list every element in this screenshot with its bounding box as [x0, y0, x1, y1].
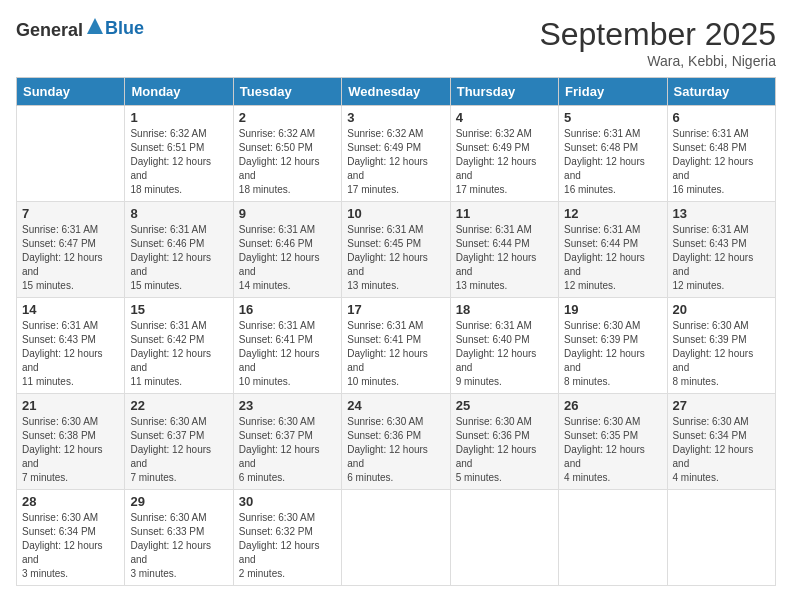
day-number: 14 [22, 302, 119, 317]
day-info: Sunrise: 6:31 AMSunset: 6:48 PMDaylight:… [564, 127, 661, 197]
day-number: 22 [130, 398, 227, 413]
day-info: Sunrise: 6:31 AMSunset: 6:44 PMDaylight:… [564, 223, 661, 293]
calendar-cell [342, 490, 450, 586]
day-info: Sunrise: 6:31 AMSunset: 6:41 PMDaylight:… [347, 319, 444, 389]
header-saturday: Saturday [667, 78, 775, 106]
day-info: Sunrise: 6:30 AMSunset: 6:38 PMDaylight:… [22, 415, 119, 485]
header-thursday: Thursday [450, 78, 558, 106]
day-number: 29 [130, 494, 227, 509]
day-number: 18 [456, 302, 553, 317]
day-info: Sunrise: 6:32 AMSunset: 6:51 PMDaylight:… [130, 127, 227, 197]
day-info: Sunrise: 6:31 AMSunset: 6:44 PMDaylight:… [456, 223, 553, 293]
header-monday: Monday [125, 78, 233, 106]
calendar-header-row: SundayMondayTuesdayWednesdayThursdayFrid… [17, 78, 776, 106]
header-sunday: Sunday [17, 78, 125, 106]
calendar-cell: 18Sunrise: 6:31 AMSunset: 6:40 PMDayligh… [450, 298, 558, 394]
day-info: Sunrise: 6:30 AMSunset: 6:39 PMDaylight:… [673, 319, 770, 389]
calendar-cell: 29Sunrise: 6:30 AMSunset: 6:33 PMDayligh… [125, 490, 233, 586]
day-number: 24 [347, 398, 444, 413]
calendar-cell: 6Sunrise: 6:31 AMSunset: 6:48 PMDaylight… [667, 106, 775, 202]
calendar-cell: 9Sunrise: 6:31 AMSunset: 6:46 PMDaylight… [233, 202, 341, 298]
day-number: 20 [673, 302, 770, 317]
day-number: 19 [564, 302, 661, 317]
calendar-cell: 28Sunrise: 6:30 AMSunset: 6:34 PMDayligh… [17, 490, 125, 586]
day-number: 27 [673, 398, 770, 413]
day-number: 17 [347, 302, 444, 317]
day-info: Sunrise: 6:30 AMSunset: 6:36 PMDaylight:… [347, 415, 444, 485]
svg-marker-0 [87, 18, 103, 34]
calendar-cell: 19Sunrise: 6:30 AMSunset: 6:39 PMDayligh… [559, 298, 667, 394]
calendar-cell: 27Sunrise: 6:30 AMSunset: 6:34 PMDayligh… [667, 394, 775, 490]
logo-blue: Blue [105, 18, 144, 38]
calendar-week-4: 21Sunrise: 6:30 AMSunset: 6:38 PMDayligh… [17, 394, 776, 490]
day-info: Sunrise: 6:30 AMSunset: 6:33 PMDaylight:… [130, 511, 227, 581]
calendar-week-3: 14Sunrise: 6:31 AMSunset: 6:43 PMDayligh… [17, 298, 776, 394]
calendar-cell [559, 490, 667, 586]
header-tuesday: Tuesday [233, 78, 341, 106]
day-number: 5 [564, 110, 661, 125]
calendar-cell: 26Sunrise: 6:30 AMSunset: 6:35 PMDayligh… [559, 394, 667, 490]
calendar-cell: 16Sunrise: 6:31 AMSunset: 6:41 PMDayligh… [233, 298, 341, 394]
day-number: 9 [239, 206, 336, 221]
calendar-cell: 11Sunrise: 6:31 AMSunset: 6:44 PMDayligh… [450, 202, 558, 298]
day-number: 12 [564, 206, 661, 221]
header-wednesday: Wednesday [342, 78, 450, 106]
day-info: Sunrise: 6:31 AMSunset: 6:43 PMDaylight:… [673, 223, 770, 293]
day-number: 16 [239, 302, 336, 317]
calendar-week-1: 1Sunrise: 6:32 AMSunset: 6:51 PMDaylight… [17, 106, 776, 202]
day-number: 7 [22, 206, 119, 221]
page-header: General Blue September 2025 Wara, Kebbi,… [16, 16, 776, 69]
day-number: 26 [564, 398, 661, 413]
day-info: Sunrise: 6:31 AMSunset: 6:40 PMDaylight:… [456, 319, 553, 389]
calendar-week-2: 7Sunrise: 6:31 AMSunset: 6:47 PMDaylight… [17, 202, 776, 298]
calendar-cell: 5Sunrise: 6:31 AMSunset: 6:48 PMDaylight… [559, 106, 667, 202]
day-number: 30 [239, 494, 336, 509]
day-info: Sunrise: 6:31 AMSunset: 6:48 PMDaylight:… [673, 127, 770, 197]
day-number: 28 [22, 494, 119, 509]
calendar-cell: 14Sunrise: 6:31 AMSunset: 6:43 PMDayligh… [17, 298, 125, 394]
calendar-cell: 21Sunrise: 6:30 AMSunset: 6:38 PMDayligh… [17, 394, 125, 490]
calendar-cell: 25Sunrise: 6:30 AMSunset: 6:36 PMDayligh… [450, 394, 558, 490]
day-number: 6 [673, 110, 770, 125]
day-info: Sunrise: 6:31 AMSunset: 6:46 PMDaylight:… [239, 223, 336, 293]
day-number: 2 [239, 110, 336, 125]
calendar-cell: 3Sunrise: 6:32 AMSunset: 6:49 PMDaylight… [342, 106, 450, 202]
location: Wara, Kebbi, Nigeria [539, 53, 776, 69]
day-info: Sunrise: 6:31 AMSunset: 6:46 PMDaylight:… [130, 223, 227, 293]
day-number: 15 [130, 302, 227, 317]
calendar-cell: 20Sunrise: 6:30 AMSunset: 6:39 PMDayligh… [667, 298, 775, 394]
calendar-cell: 22Sunrise: 6:30 AMSunset: 6:37 PMDayligh… [125, 394, 233, 490]
day-info: Sunrise: 6:30 AMSunset: 6:37 PMDaylight:… [239, 415, 336, 485]
calendar-cell: 13Sunrise: 6:31 AMSunset: 6:43 PMDayligh… [667, 202, 775, 298]
calendar-cell: 7Sunrise: 6:31 AMSunset: 6:47 PMDaylight… [17, 202, 125, 298]
logo-icon [85, 16, 105, 36]
calendar-cell: 4Sunrise: 6:32 AMSunset: 6:49 PMDaylight… [450, 106, 558, 202]
calendar-cell: 1Sunrise: 6:32 AMSunset: 6:51 PMDaylight… [125, 106, 233, 202]
day-info: Sunrise: 6:31 AMSunset: 6:42 PMDaylight:… [130, 319, 227, 389]
day-number: 23 [239, 398, 336, 413]
calendar-cell: 30Sunrise: 6:30 AMSunset: 6:32 PMDayligh… [233, 490, 341, 586]
day-info: Sunrise: 6:30 AMSunset: 6:32 PMDaylight:… [239, 511, 336, 581]
month-title: September 2025 [539, 16, 776, 53]
calendar-cell [450, 490, 558, 586]
day-info: Sunrise: 6:31 AMSunset: 6:43 PMDaylight:… [22, 319, 119, 389]
calendar-table: SundayMondayTuesdayWednesdayThursdayFrid… [16, 77, 776, 586]
logo-general: General [16, 20, 83, 40]
calendar-cell: 23Sunrise: 6:30 AMSunset: 6:37 PMDayligh… [233, 394, 341, 490]
day-info: Sunrise: 6:31 AMSunset: 6:47 PMDaylight:… [22, 223, 119, 293]
day-number: 10 [347, 206, 444, 221]
day-info: Sunrise: 6:30 AMSunset: 6:37 PMDaylight:… [130, 415, 227, 485]
calendar-cell [17, 106, 125, 202]
day-info: Sunrise: 6:30 AMSunset: 6:34 PMDaylight:… [673, 415, 770, 485]
calendar-cell: 12Sunrise: 6:31 AMSunset: 6:44 PMDayligh… [559, 202, 667, 298]
day-number: 4 [456, 110, 553, 125]
day-number: 13 [673, 206, 770, 221]
calendar-cell: 24Sunrise: 6:30 AMSunset: 6:36 PMDayligh… [342, 394, 450, 490]
calendar-cell [667, 490, 775, 586]
day-number: 21 [22, 398, 119, 413]
header-friday: Friday [559, 78, 667, 106]
day-info: Sunrise: 6:30 AMSunset: 6:36 PMDaylight:… [456, 415, 553, 485]
title-block: September 2025 Wara, Kebbi, Nigeria [539, 16, 776, 69]
day-number: 3 [347, 110, 444, 125]
calendar-cell: 2Sunrise: 6:32 AMSunset: 6:50 PMDaylight… [233, 106, 341, 202]
